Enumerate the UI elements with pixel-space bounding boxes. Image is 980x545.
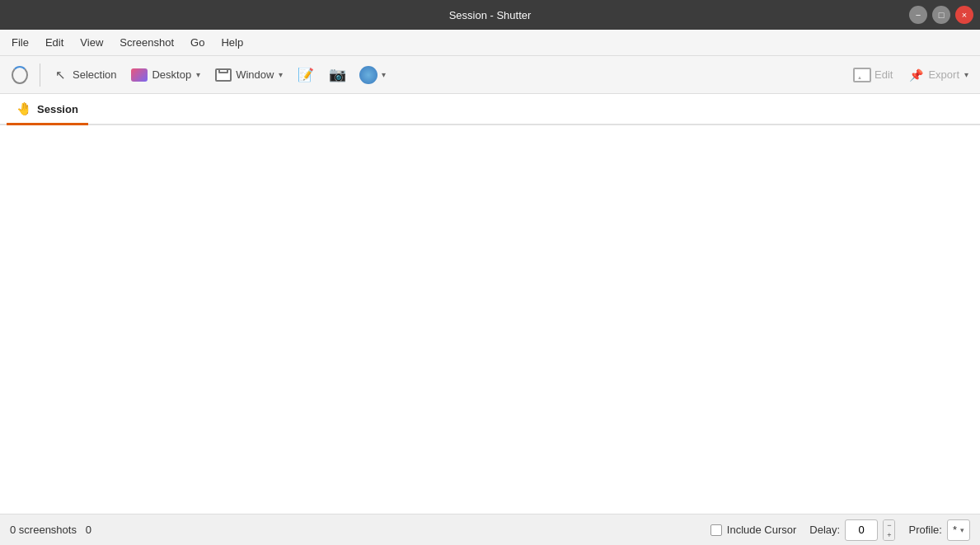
tab-bar: 🤚 Session [0,94,980,125]
window-button[interactable]: Window ▾ [209,61,289,89]
edit-image-label: Edit [874,68,893,81]
minimize-button[interactable]: − [909,6,927,24]
titlebar: Session - Shutter − □ × [0,0,980,30]
delay-increment-button[interactable]: + [884,530,894,540]
delay-decrement-button[interactable]: − [884,520,894,530]
capture-circle-button[interactable]: ▾ [354,61,392,89]
capture-circle-icon [360,67,377,83]
export-icon: 📌 [907,67,924,83]
reload-button[interactable] [5,61,35,89]
delay-label: Delay: [809,524,840,536]
profile-label: Profile: [908,524,941,536]
status-right: Include Cursor Delay: − + Profile: * ▾ [710,519,970,541]
tab-session[interactable]: 🤚 Session [7,96,88,125]
profile-value: * [953,524,957,536]
capture-edit-icon: 📝 [298,67,314,83]
include-cursor-label: Include Cursor [727,524,797,536]
delay-spinners: − + [883,519,895,541]
include-cursor-checkbox[interactable] [710,524,722,536]
menubar: File Edit View Screenshot Go Help [0,30,980,56]
menu-go[interactable]: Go [182,33,213,52]
menu-file[interactable]: File [3,33,37,52]
delay-section: Delay: − + [809,519,895,541]
selection-label: Selection [73,68,116,81]
menu-help[interactable]: Help [213,33,251,52]
export-label: Export [928,68,959,81]
screenshots-extra-text: 0 [86,524,91,536]
export-button[interactable]: 📌 Export ▾ [901,61,975,89]
maximize-button[interactable]: □ [932,6,950,24]
desktop-label: Desktop [152,68,191,81]
menu-edit[interactable]: Edit [37,33,72,52]
session-tab-label: Session [37,103,78,115]
delay-input[interactable] [845,519,878,541]
edit-image-button[interactable]: Edit [847,61,899,89]
separator-1 [40,63,40,87]
reload-icon [12,67,28,83]
desktop-icon [131,67,148,83]
profile-dropdown-arrow: ▾ [960,526,964,534]
screenshots-count: 0 screenshots 0 [10,524,91,536]
window-icon [215,67,232,83]
toolbar: ↖ Selection Desktop ▾ Window ▾ 📝 📷 ▾ [0,56,980,94]
window-label: Window [236,68,274,81]
close-button[interactable]: × [955,6,973,24]
include-cursor-section: Include Cursor [710,524,797,536]
main-content [0,125,980,514]
webcam-icon: 📷 [329,67,345,83]
desktop-dropdown-arrow: ▾ [196,70,200,79]
profile-select[interactable]: * ▾ [947,519,970,541]
window-dropdown-arrow: ▾ [279,70,283,79]
window-title: Session - Shutter [449,9,532,21]
menu-screenshot[interactable]: Screenshot [111,33,182,52]
cursor-icon: ↖ [52,67,68,83]
webcam-button[interactable]: 📷 [322,61,352,89]
capture-circle-arrow: ▾ [382,70,386,79]
desktop-button[interactable]: Desktop ▾ [124,61,207,89]
profile-section: Profile: * ▾ [908,519,970,541]
menu-view[interactable]: View [72,33,111,52]
statusbar: 0 screenshots 0 Include Cursor Delay: − … [0,514,980,545]
selection-button[interactable]: ↖ Selection [45,61,123,89]
session-tab-icon: 🤚 [16,101,32,116]
screenshots-count-text: 0 screenshots [10,524,77,536]
export-dropdown-arrow: ▾ [964,70,968,79]
capture-edit-button[interactable]: 📝 [291,61,321,89]
window-controls: − □ × [909,6,973,24]
edit-image-icon [854,67,870,83]
